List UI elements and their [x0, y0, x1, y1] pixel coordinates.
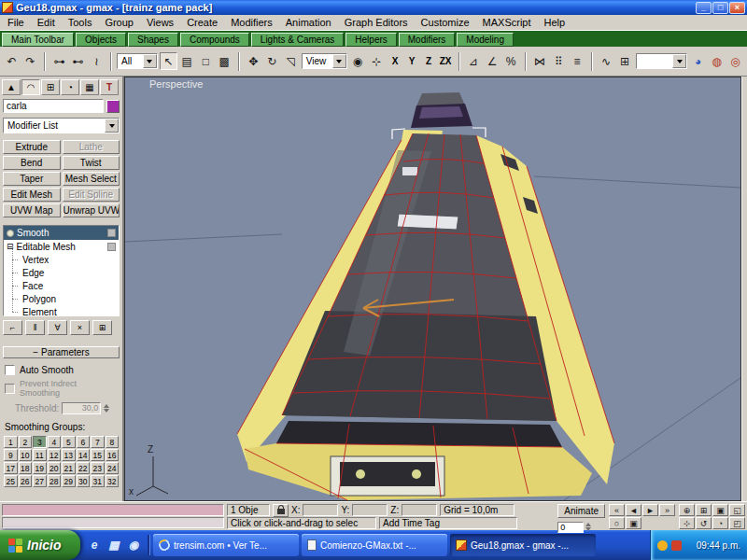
schematic-view-icon[interactable]: ⊞ — [616, 52, 634, 70]
smoothing-group-18[interactable]: 18 — [19, 462, 33, 474]
previous-frame-icon[interactable]: ◄ — [626, 504, 641, 516]
smoothing-group-24[interactable]: 24 — [106, 462, 120, 474]
macro-recorder-line[interactable] — [2, 504, 224, 516]
smoothing-group-17[interactable]: 17 — [4, 462, 18, 474]
minimize-button[interactable]: _ — [696, 2, 712, 14]
axis-constraint-x[interactable]: X — [388, 53, 403, 69]
dropdown-arrow-icon[interactable] — [143, 54, 157, 68]
lock-selection-button[interactable] — [273, 504, 289, 517]
zoom-icon[interactable]: ⊕ — [679, 504, 695, 516]
motion-tab-icon[interactable]: ◔ — [61, 79, 79, 95]
menu-group[interactable]: Group — [98, 15, 140, 30]
smoothing-group-30[interactable]: 30 — [77, 475, 91, 487]
smoothing-group-14[interactable]: 14 — [77, 449, 91, 461]
create-tab-icon[interactable]: ▲ — [2, 79, 21, 95]
stack-modifier-smooth[interactable]: Smooth — [4, 226, 119, 240]
zoom-region-icon[interactable]: ◱ — [729, 504, 745, 516]
smoothing-group-3[interactable]: 3 — [33, 436, 47, 448]
smoothing-group-21[interactable]: 21 — [62, 462, 76, 474]
taskbar-task-3[interactable]: Geu18.gmax - gmax -... — [450, 534, 596, 556]
go-to-end-icon[interactable]: » — [659, 504, 675, 516]
display-tab-icon[interactable]: ▦ — [80, 79, 99, 95]
stack-subobject-edge[interactable]: Edge — [4, 266, 119, 279]
smoothing-group-29[interactable]: 29 — [62, 475, 76, 487]
select-and-move-icon[interactable]: ✥ — [245, 52, 262, 70]
align-icon[interactable]: ≡ — [569, 52, 586, 70]
select-object-icon[interactable]: ↖ — [160, 52, 177, 70]
stack-base-editable-mesh[interactable]: ⊟Editable Mesh — [4, 240, 119, 253]
tray-volume-icon[interactable] — [657, 540, 668, 551]
taskbar-clock[interactable]: 09:44 p.m. — [697, 540, 740, 551]
redo-icon[interactable]: ↷ — [21, 52, 39, 70]
tray-antivirus-icon[interactable] — [671, 540, 682, 551]
x-coordinate-field[interactable] — [303, 504, 338, 516]
modifier-list-dropdown[interactable]: Modifier List — [3, 118, 120, 133]
toolbar-tab-lights-cameras[interactable]: Lights & Cameras — [251, 33, 344, 47]
dropdown-arrow-icon[interactable] — [105, 119, 119, 133]
undo-icon[interactable]: ↶ — [3, 52, 21, 70]
toolbar-tab-compounds[interactable]: Compounds — [180, 33, 249, 47]
smoothing-group-27[interactable]: 27 — [33, 475, 47, 487]
smoothing-group-2[interactable]: 2 — [19, 436, 33, 448]
named-selection-dropdown[interactable] — [636, 53, 687, 69]
select-by-name-icon[interactable]: ▤ — [178, 52, 196, 70]
stack-subobject-polygon[interactable]: Polygon — [4, 292, 119, 305]
show-desktop-icon[interactable]: ▦ — [106, 538, 121, 553]
axis-constraint-zx[interactable]: ZX — [438, 53, 454, 69]
modifier-button-mesh-select[interactable]: Mesh Select — [63, 172, 120, 186]
smoothing-group-20[interactable]: 20 — [48, 462, 62, 474]
menu-maxscript[interactable]: MAXScript — [476, 15, 538, 30]
rectangular-selection-region-icon[interactable]: □ — [197, 52, 215, 70]
select-and-manipulate-icon[interactable]: ⊹ — [368, 52, 386, 70]
animate-button[interactable]: Animate — [557, 504, 605, 518]
media-player-icon[interactable]: ◉ — [126, 538, 141, 553]
y-coordinate-field[interactable] — [352, 504, 388, 516]
hierarchy-tab-icon[interactable]: ⊞ — [41, 79, 60, 95]
taskbar-task-1[interactable]: trensim.com • Ver Te... — [153, 534, 299, 556]
menu-create[interactable]: Create — [180, 15, 224, 30]
smoothing-group-7[interactable]: 7 — [91, 436, 105, 448]
pin-stack-icon[interactable]: ⌐ — [3, 320, 22, 335]
smoothing-group-4[interactable]: 4 — [48, 436, 62, 448]
modifier-enabled-icon[interactable] — [7, 230, 14, 237]
window-crossing-icon[interactable]: ▩ — [216, 52, 233, 70]
toolbar-tab-modifiers[interactable]: Modifiers — [399, 33, 456, 47]
start-button[interactable]: Inicio — [0, 530, 80, 560]
render-last-icon[interactable]: ◎ — [726, 52, 744, 70]
smoothing-group-28[interactable]: 28 — [48, 475, 62, 487]
dropdown-arrow-icon[interactable] — [672, 54, 686, 68]
pan-icon[interactable]: ⊹ — [679, 517, 695, 529]
mirror-icon[interactable]: ⋈ — [531, 52, 549, 70]
viewport-canvas[interactable]: Z x — [125, 77, 740, 500]
remove-modifier-icon[interactable]: × — [70, 320, 90, 335]
modifier-button-bend[interactable]: Bend — [3, 156, 61, 170]
make-unique-icon[interactable]: ∀ — [48, 320, 67, 335]
smoothing-group-26[interactable]: 26 — [19, 475, 33, 487]
min-max-toggle-icon[interactable]: ◰ — [729, 517, 745, 529]
percent-snap-icon[interactable]: % — [502, 52, 520, 70]
modifier-button-edit-mesh[interactable]: Edit Mesh — [3, 188, 61, 202]
stack-subobject-element[interactable]: Element — [4, 305, 119, 316]
smoothing-group-19[interactable]: 19 — [33, 462, 47, 474]
play-animation-icon[interactable]: ► — [642, 504, 658, 516]
menu-views[interactable]: Views — [140, 15, 180, 30]
z-coordinate-field[interactable] — [402, 504, 437, 516]
smoothing-group-16[interactable]: 16 — [106, 449, 120, 461]
menu-edit[interactable]: Edit — [31, 15, 62, 30]
configure-modifier-sets-icon[interactable]: ⊞ — [92, 320, 112, 335]
use-pivot-point-center-icon[interactable]: ◉ — [349, 52, 367, 70]
dropdown-arrow-icon[interactable] — [332, 54, 346, 68]
listener-line[interactable] — [2, 517, 224, 529]
unlink-selection-icon[interactable]: ⊷ — [69, 52, 87, 70]
time-configuration-icon[interactable]: ▣ — [626, 517, 641, 529]
menu-file[interactable]: File — [1, 15, 31, 30]
smoothing-group-22[interactable]: 22 — [77, 462, 91, 474]
auto-smooth-checkbox[interactable]: Auto Smooth — [5, 365, 118, 375]
zoom-extents-icon[interactable]: ▣ — [712, 504, 728, 516]
smoothing-group-12[interactable]: 12 — [48, 449, 62, 461]
show-end-result-icon[interactable]: ‖ — [25, 320, 45, 335]
object-name-field[interactable] — [3, 99, 104, 113]
parameters-rollout-header[interactable]: − Parameters — [3, 346, 120, 358]
modifier-button-unwrap-uvw[interactable]: Unwrap UVW — [63, 203, 120, 217]
smoothing-group-1[interactable]: 1 — [4, 436, 18, 448]
